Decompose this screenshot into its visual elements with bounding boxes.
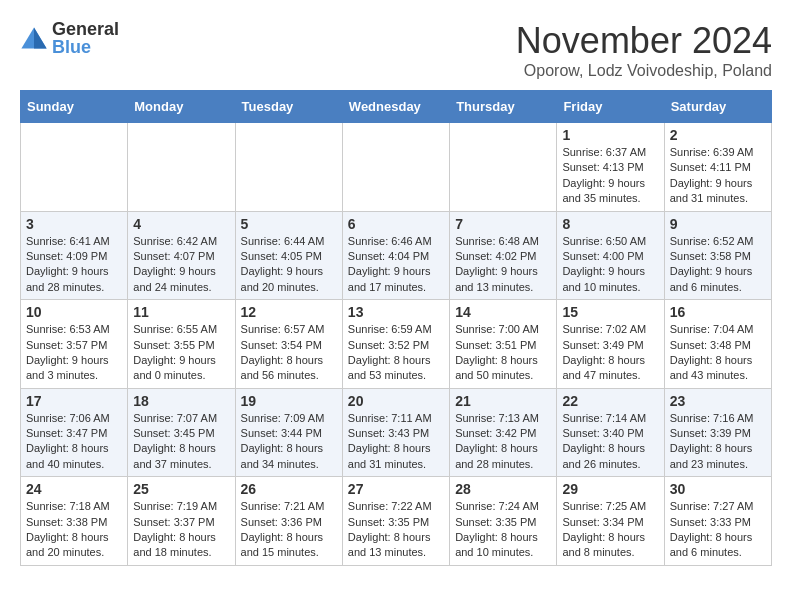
day-info: Sunrise: 7:06 AM Sunset: 3:47 PM Dayligh… — [26, 411, 122, 473]
calendar-cell: 11Sunrise: 6:55 AM Sunset: 3:55 PM Dayli… — [128, 300, 235, 389]
calendar-week-row: 24Sunrise: 7:18 AM Sunset: 3:38 PM Dayli… — [21, 477, 772, 566]
calendar-cell: 26Sunrise: 7:21 AM Sunset: 3:36 PM Dayli… — [235, 477, 342, 566]
day-number: 7 — [455, 216, 551, 232]
logo-blue-text: Blue — [52, 38, 119, 56]
day-info: Sunrise: 7:27 AM Sunset: 3:33 PM Dayligh… — [670, 499, 766, 561]
day-info: Sunrise: 6:52 AM Sunset: 3:58 PM Dayligh… — [670, 234, 766, 296]
day-info: Sunrise: 7:02 AM Sunset: 3:49 PM Dayligh… — [562, 322, 658, 384]
day-number: 30 — [670, 481, 766, 497]
day-number: 8 — [562, 216, 658, 232]
day-number: 18 — [133, 393, 229, 409]
day-info: Sunrise: 7:00 AM Sunset: 3:51 PM Dayligh… — [455, 322, 551, 384]
calendar-cell: 5Sunrise: 6:44 AM Sunset: 4:05 PM Daylig… — [235, 211, 342, 300]
column-header-monday: Monday — [128, 91, 235, 123]
calendar-cell: 24Sunrise: 7:18 AM Sunset: 3:38 PM Dayli… — [21, 477, 128, 566]
calendar-cell: 2Sunrise: 6:39 AM Sunset: 4:11 PM Daylig… — [664, 123, 771, 212]
day-info: Sunrise: 7:21 AM Sunset: 3:36 PM Dayligh… — [241, 499, 337, 561]
day-number: 23 — [670, 393, 766, 409]
day-info: Sunrise: 7:19 AM Sunset: 3:37 PM Dayligh… — [133, 499, 229, 561]
calendar-cell: 7Sunrise: 6:48 AM Sunset: 4:02 PM Daylig… — [450, 211, 557, 300]
calendar-cell: 14Sunrise: 7:00 AM Sunset: 3:51 PM Dayli… — [450, 300, 557, 389]
calendar-cell: 19Sunrise: 7:09 AM Sunset: 3:44 PM Dayli… — [235, 388, 342, 477]
day-number: 3 — [26, 216, 122, 232]
calendar-cell: 3Sunrise: 6:41 AM Sunset: 4:09 PM Daylig… — [21, 211, 128, 300]
day-number: 6 — [348, 216, 444, 232]
column-header-sunday: Sunday — [21, 91, 128, 123]
svg-marker-1 — [34, 28, 47, 49]
calendar-week-row: 10Sunrise: 6:53 AM Sunset: 3:57 PM Dayli… — [21, 300, 772, 389]
day-number: 13 — [348, 304, 444, 320]
day-info: Sunrise: 6:44 AM Sunset: 4:05 PM Dayligh… — [241, 234, 337, 296]
day-info: Sunrise: 6:50 AM Sunset: 4:00 PM Dayligh… — [562, 234, 658, 296]
calendar-cell: 30Sunrise: 7:27 AM Sunset: 3:33 PM Dayli… — [664, 477, 771, 566]
day-number: 16 — [670, 304, 766, 320]
calendar-cell: 18Sunrise: 7:07 AM Sunset: 3:45 PM Dayli… — [128, 388, 235, 477]
column-header-thursday: Thursday — [450, 91, 557, 123]
month-title: November 2024 — [516, 20, 772, 62]
calendar-cell: 22Sunrise: 7:14 AM Sunset: 3:40 PM Dayli… — [557, 388, 664, 477]
calendar-cell — [235, 123, 342, 212]
calendar-cell: 4Sunrise: 6:42 AM Sunset: 4:07 PM Daylig… — [128, 211, 235, 300]
calendar-cell: 21Sunrise: 7:13 AM Sunset: 3:42 PM Dayli… — [450, 388, 557, 477]
day-number: 5 — [241, 216, 337, 232]
calendar-cell: 1Sunrise: 6:37 AM Sunset: 4:13 PM Daylig… — [557, 123, 664, 212]
logo: General Blue — [20, 20, 119, 56]
column-header-saturday: Saturday — [664, 91, 771, 123]
day-number: 9 — [670, 216, 766, 232]
calendar-cell: 13Sunrise: 6:59 AM Sunset: 3:52 PM Dayli… — [342, 300, 449, 389]
column-header-tuesday: Tuesday — [235, 91, 342, 123]
day-info: Sunrise: 7:14 AM Sunset: 3:40 PM Dayligh… — [562, 411, 658, 473]
calendar-cell: 29Sunrise: 7:25 AM Sunset: 3:34 PM Dayli… — [557, 477, 664, 566]
day-number: 4 — [133, 216, 229, 232]
logo-icon — [20, 24, 48, 52]
calendar-cell: 23Sunrise: 7:16 AM Sunset: 3:39 PM Dayli… — [664, 388, 771, 477]
day-number: 25 — [133, 481, 229, 497]
day-info: Sunrise: 7:13 AM Sunset: 3:42 PM Dayligh… — [455, 411, 551, 473]
day-info: Sunrise: 7:22 AM Sunset: 3:35 PM Dayligh… — [348, 499, 444, 561]
page-header: General Blue November 2024 Oporow, Lodz … — [20, 20, 772, 80]
title-area: November 2024 Oporow, Lodz Voivodeship, … — [516, 20, 772, 80]
day-info: Sunrise: 6:42 AM Sunset: 4:07 PM Dayligh… — [133, 234, 229, 296]
calendar-cell: 9Sunrise: 6:52 AM Sunset: 3:58 PM Daylig… — [664, 211, 771, 300]
calendar-cell: 27Sunrise: 7:22 AM Sunset: 3:35 PM Dayli… — [342, 477, 449, 566]
calendar-cell — [342, 123, 449, 212]
day-info: Sunrise: 6:48 AM Sunset: 4:02 PM Dayligh… — [455, 234, 551, 296]
day-number: 17 — [26, 393, 122, 409]
day-number: 28 — [455, 481, 551, 497]
calendar-cell: 28Sunrise: 7:24 AM Sunset: 3:35 PM Dayli… — [450, 477, 557, 566]
calendar-week-row: 1Sunrise: 6:37 AM Sunset: 4:13 PM Daylig… — [21, 123, 772, 212]
day-number: 24 — [26, 481, 122, 497]
location-subtitle: Oporow, Lodz Voivodeship, Poland — [516, 62, 772, 80]
day-info: Sunrise: 7:24 AM Sunset: 3:35 PM Dayligh… — [455, 499, 551, 561]
day-info: Sunrise: 6:59 AM Sunset: 3:52 PM Dayligh… — [348, 322, 444, 384]
day-number: 27 — [348, 481, 444, 497]
day-number: 14 — [455, 304, 551, 320]
calendar-table: SundayMondayTuesdayWednesdayThursdayFrid… — [20, 90, 772, 566]
day-info: Sunrise: 7:11 AM Sunset: 3:43 PM Dayligh… — [348, 411, 444, 473]
day-number: 2 — [670, 127, 766, 143]
calendar-header-row: SundayMondayTuesdayWednesdayThursdayFrid… — [21, 91, 772, 123]
day-info: Sunrise: 6:57 AM Sunset: 3:54 PM Dayligh… — [241, 322, 337, 384]
day-info: Sunrise: 7:04 AM Sunset: 3:48 PM Dayligh… — [670, 322, 766, 384]
calendar-week-row: 3Sunrise: 6:41 AM Sunset: 4:09 PM Daylig… — [21, 211, 772, 300]
calendar-cell: 10Sunrise: 6:53 AM Sunset: 3:57 PM Dayli… — [21, 300, 128, 389]
calendar-cell: 16Sunrise: 7:04 AM Sunset: 3:48 PM Dayli… — [664, 300, 771, 389]
day-info: Sunrise: 7:25 AM Sunset: 3:34 PM Dayligh… — [562, 499, 658, 561]
day-number: 10 — [26, 304, 122, 320]
day-info: Sunrise: 6:39 AM Sunset: 4:11 PM Dayligh… — [670, 145, 766, 207]
day-info: Sunrise: 6:37 AM Sunset: 4:13 PM Dayligh… — [562, 145, 658, 207]
day-number: 1 — [562, 127, 658, 143]
day-number: 21 — [455, 393, 551, 409]
day-number: 19 — [241, 393, 337, 409]
day-info: Sunrise: 7:16 AM Sunset: 3:39 PM Dayligh… — [670, 411, 766, 473]
calendar-week-row: 17Sunrise: 7:06 AM Sunset: 3:47 PM Dayli… — [21, 388, 772, 477]
calendar-cell: 20Sunrise: 7:11 AM Sunset: 3:43 PM Dayli… — [342, 388, 449, 477]
day-info: Sunrise: 6:41 AM Sunset: 4:09 PM Dayligh… — [26, 234, 122, 296]
column-header-wednesday: Wednesday — [342, 91, 449, 123]
calendar-cell: 25Sunrise: 7:19 AM Sunset: 3:37 PM Dayli… — [128, 477, 235, 566]
calendar-cell — [128, 123, 235, 212]
logo-general-text: General — [52, 20, 119, 38]
day-number: 11 — [133, 304, 229, 320]
day-info: Sunrise: 6:46 AM Sunset: 4:04 PM Dayligh… — [348, 234, 444, 296]
day-number: 29 — [562, 481, 658, 497]
